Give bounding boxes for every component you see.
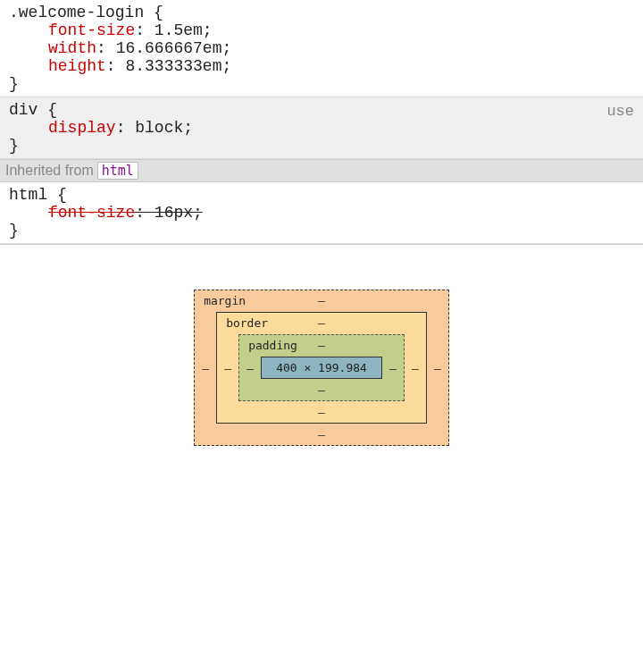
value[interactable]: 16.666667em [116, 39, 222, 57]
inherited-label: Inherited from [5, 163, 94, 179]
padding-right-value[interactable]: – [389, 361, 397, 374]
padding-bottom-value[interactable]: – [318, 383, 325, 397]
stylesheet-source[interactable]: use [598, 101, 634, 120]
declaration[interactable]: font-size: 1.5em; [9, 21, 634, 39]
declaration[interactable]: width: 16.666667em; [9, 39, 634, 57]
semicolon: ; [183, 119, 193, 137]
border-label: border [226, 316, 268, 330]
colon: : [135, 21, 154, 39]
margin-bottom-value[interactable]: – [318, 428, 325, 441]
open-brace: { [144, 4, 163, 21]
declaration[interactable]: font-size: 16px; [9, 204, 634, 222]
selector[interactable]: .welcome-login [9, 4, 144, 21]
border-bottom-value[interactable]: – [318, 406, 325, 419]
colon: : [116, 119, 136, 137]
property-overridden[interactable]: font-size [48, 204, 135, 222]
colon: : [106, 57, 126, 75]
css-rule-div[interactable]: div { display: block; } use [0, 97, 643, 159]
margin-right-value[interactable]: – [434, 361, 441, 374]
padding-label: padding [248, 339, 297, 352]
selector[interactable]: html [9, 186, 47, 204]
inherited-tag-link[interactable]: html [97, 162, 138, 180]
property[interactable]: height [48, 57, 106, 75]
property[interactable]: width [48, 39, 96, 57]
margin-left-value[interactable]: – [202, 361, 209, 374]
value[interactable]: 8.333333em [125, 57, 221, 75]
css-rule-welcome-login[interactable]: .welcome-login { font-size: 1.5em; width… [0, 0, 643, 97]
box-model-margin[interactable]: margin – – – – border – – – – padding – … [194, 290, 449, 446]
value-overridden[interactable]: 16px [154, 204, 193, 222]
border-left-value[interactable]: – [224, 361, 231, 374]
margin-top-value[interactable]: – [318, 294, 325, 307]
margin-label: margin [204, 294, 246, 307]
box-model-content[interactable]: 400 × 199.984 [261, 357, 382, 379]
box-model-padding[interactable]: padding – – – – 400 × 199.984 [238, 334, 405, 401]
semicolon: ; [203, 21, 213, 39]
border-right-value[interactable]: – [412, 361, 419, 374]
box-model-diagram: margin – – – – border – – – – padding – … [0, 245, 643, 482]
css-rule-html[interactable]: html { font-size: 16px; } [0, 182, 643, 244]
semicolon: ; [221, 57, 231, 75]
padding-left-value[interactable]: – [246, 361, 254, 374]
property[interactable]: display [48, 119, 116, 137]
colon: : [96, 39, 116, 57]
box-model-border[interactable]: border – – – – padding – – – – 400 × 199… [216, 312, 427, 424]
declaration[interactable]: height: 8.333333em; [9, 57, 634, 75]
padding-top-value[interactable]: – [318, 339, 325, 352]
value[interactable]: block [135, 119, 183, 137]
border-top-value[interactable]: – [318, 316, 325, 330]
close-brace: } [9, 75, 19, 93]
declaration[interactable]: display: block; [9, 119, 598, 137]
open-brace: { [47, 186, 67, 204]
selector[interactable]: div [9, 101, 38, 119]
inherited-from-header: Inherited from html [0, 159, 643, 182]
semicolon: ; [193, 204, 203, 222]
value[interactable]: 1.5em [154, 21, 203, 39]
close-brace: } [9, 137, 19, 155]
property[interactable]: font-size [48, 21, 135, 39]
open-brace: { [38, 101, 57, 119]
semicolon: ; [221, 39, 231, 57]
colon: : [135, 204, 154, 222]
close-brace: } [9, 222, 19, 239]
